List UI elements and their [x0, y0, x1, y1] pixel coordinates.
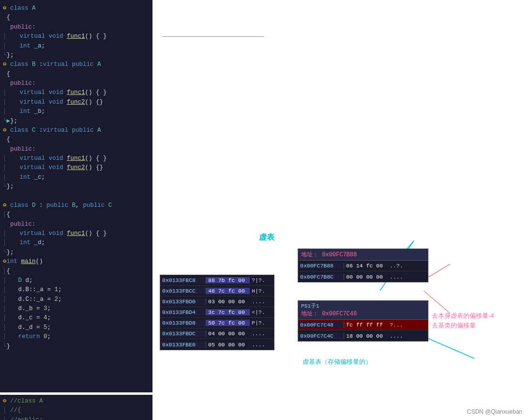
code-line: │ virtual void func2() {}: [3, 98, 150, 107]
mem-row: 0x0133FBD0 03 00 00 00 ....: [160, 296, 274, 307]
code-line: │d._c = 4;: [3, 313, 150, 323]
code-line: │ int _b;: [3, 107, 150, 116]
mem-row: 0x0133FBDC 04 00 00 00 ....: [160, 328, 274, 339]
vtbox2-header: PS1子1 地址： 0x00FC7C48: [298, 301, 428, 320]
code-panel-main: ⊖ class A { public: │ virtual void func1…: [0, 0, 152, 392]
vtbox1-label: 地址：: [301, 251, 319, 258]
vtbox1-row: 0x00FC7B88 06 14 fc 00 ..?.: [298, 261, 428, 271]
vtbox2-row: 0x00FC7C4C 18 00 00 00 ....: [298, 330, 428, 341]
mem-row: 0x0133FBE0 05 00 00 00 ....: [160, 339, 274, 350]
mem-row: 0x0133FBD8 50 7c fc 00 P|?.: [160, 318, 274, 328]
code-line: [3, 192, 150, 201]
code-line: │d.C::_a = 2;: [3, 295, 150, 304]
code-line: ⊖ class D : public B, public C: [3, 201, 150, 210]
code-line: └};: [3, 182, 150, 191]
code-line: │ int _a;: [3, 42, 150, 51]
code-line: public:: [3, 79, 150, 88]
code-line: public:: [3, 23, 150, 32]
code-line: └}: [3, 342, 150, 351]
vtbox2-label: 地址：: [301, 311, 319, 317]
separator-line: [162, 36, 264, 37]
code-line: ⊖ //class A: [3, 397, 150, 406]
mem-table-main: 0x0133FBC8 88 7b fc 00 ?|?. 0x0133FBCC 4…: [160, 275, 274, 350]
code-line: ⊖int main(): [3, 257, 150, 266]
code-line: ⊖ class C :virtual public A: [3, 126, 150, 135]
vtbox2-label2: PS1子1: [301, 303, 329, 309]
code-line: │ virtual void func1() { }: [3, 229, 150, 238]
vtbox1: 地址： 0x00FC7B88 0x00FC7B88 06 14 fc 00 ..…: [298, 249, 428, 282]
code-line: │return 0;: [3, 332, 150, 342]
vtbox2-addr: 0x00FC7C48: [322, 311, 357, 317]
vtbox1-addr: 0x00FC7B88: [322, 251, 357, 258]
content-area: 虚表 0x0133FBC8 88 7b fc 00 ?|?. 0x0133FBC…: [152, 0, 532, 420]
mem-row: 0x0133FBD4 3c 7c fc 00 <|?.: [160, 307, 274, 318]
code-line: ⊖ class A: [3, 4, 150, 13]
code-line: {: [3, 70, 150, 79]
vtbox1-header: 地址： 0x00FC7B88: [298, 249, 428, 261]
code-panel-bottom: ⊖ //class A │ //{ │ //public:: [0, 395, 152, 420]
code-line: {: [3, 13, 150, 22]
code-line: └};: [3, 51, 150, 60]
code-line: │{: [3, 210, 150, 219]
vt-label: 虚表: [259, 233, 274, 243]
code-line: │ int _c;: [3, 173, 150, 182]
code-line: │d._d = 5;: [3, 323, 150, 332]
vtbox2: PS1子1 地址： 0x00FC7C48 0x00FC7C48 fc ff ff…: [298, 300, 428, 342]
code-line: │ virtual void func1() { }: [3, 154, 150, 163]
code-line: └▶};: [3, 117, 150, 126]
code-line: │ int _d;: [3, 238, 150, 248]
connector-lines: [305, 0, 532, 420]
mem-row: 0x0133FBC8 88 7b fc 00 ?|?.: [160, 275, 274, 286]
code-line: ⊖ class B :virtual public A: [3, 60, 150, 69]
code-line: │ //public:: [3, 416, 150, 420]
mem-row: 0x0133FBCC 48 7c fc 00 H|?.: [160, 286, 274, 296]
anno-vbt: 虚基表（存储偏移量的）: [303, 358, 372, 366]
footer-text: CSDN @Qianxueban: [467, 408, 522, 415]
code-line: {: [3, 135, 150, 144]
vtbox2-row: 0x00FC7C48 fc ff ff ff ?...: [298, 320, 428, 330]
code-line: public:: [3, 220, 150, 229]
code-line: │D d;: [3, 276, 150, 285]
code-line: │ //{: [3, 406, 150, 415]
code-line: │ virtual void func1() { }: [3, 32, 150, 41]
code-line: │{: [3, 267, 150, 276]
code-line: │ virtual void func1() { }: [3, 88, 150, 97]
anno-base-offset: 去基类的偏移量: [432, 321, 476, 330]
code-line: public:: [3, 145, 150, 154]
anno-offset-minus4: 去本身虚表的偏移量-4: [432, 311, 494, 320]
code-line: └};: [3, 248, 150, 257]
vtbox1-row: 0x00FC7B8C 00 00 00 00 ....: [298, 271, 428, 282]
code-line: │d.B::_a = 1;: [3, 285, 150, 295]
code-line: │d._b = 3;: [3, 304, 150, 313]
code-line: │ virtual void func2() {}: [3, 163, 150, 172]
